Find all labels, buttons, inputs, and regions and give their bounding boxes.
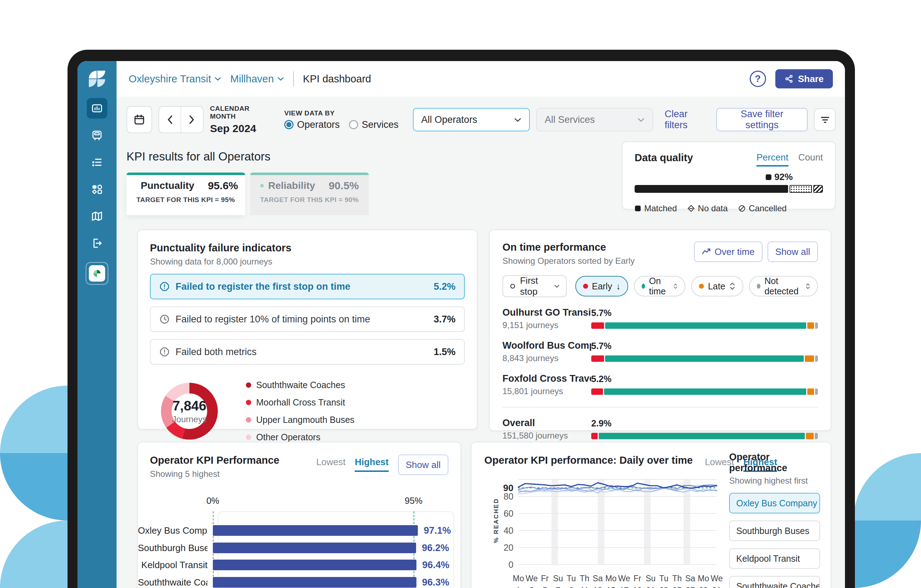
bar-segment-late [806,433,814,439]
share-button[interactable]: Share [775,69,833,88]
next-month-button[interactable] [181,107,203,132]
calendar-button[interactable] [127,106,152,133]
breadcrumb-region[interactable]: Millhaven [230,73,284,85]
logout-icon [91,237,103,249]
operators-dropdown[interactable]: All Operators [413,108,530,132]
legend-item-cancelled: Cancelled [738,203,787,213]
filter-bar: CALENDAR MONTH Sep 2024 VIEW DATA BY Ope… [127,106,836,133]
clear-filters-link[interactable]: Clear filters [664,109,709,131]
on-time-operator-row: Oulhurst GO Transit 9,151 journeys 5.7% [503,307,818,330]
sidebar-item-categories[interactable] [87,179,107,200]
tab-value: 95.6% [208,180,238,192]
donut-legend-item: Souththwaite Coaches [246,380,355,390]
chevron-down-icon [638,117,644,122]
first-stop-dropdown[interactable]: First stop [503,275,567,297]
operator-journeys: 151,580 journeys [503,431,591,441]
operator-button-southburgh-buses[interactable]: Southburgh Buses [729,521,820,541]
y-tick-label: 40 [503,526,513,536]
journeys-donut-chart: 7,846 Journeys [156,377,223,445]
app-shortcut-logo [89,265,105,281]
sidebar-item-lists[interactable] [87,152,107,172]
bar-segment-not-detected [815,356,818,362]
lowest-toggle[interactable]: Lowest [316,456,345,468]
failure-row-value: 3.7% [433,314,456,325]
chip-label: On time [649,276,669,297]
bar-segment-early [591,322,604,329]
help-button[interactable]: ? [750,71,766,87]
trend-line-icon [702,248,711,256]
save-filter-settings-button[interactable]: Save filter settings [716,108,808,132]
check-circle-icon [260,180,264,191]
app-window: Oxleyshire Transit Millhaven KPI dashboa… [78,61,845,588]
toggle-percent[interactable]: Percent [757,152,788,167]
chip-on-time[interactable]: On time [634,276,685,297]
y-axis-label: % REACHED [493,492,500,549]
early-percent-label: 2.9% [591,418,818,429]
tab-label: Reliability [268,180,315,192]
highest-toggle[interactable]: Highest [355,456,388,472]
month-pager [158,106,203,133]
bar-segment-early [591,388,603,395]
chip-early[interactable]: Early↓ [575,276,628,297]
on-time-subtitle: Showing Operators sorted by Early [503,256,635,266]
operator-button-keldpool-transit[interactable]: Keldpool Transit [729,548,820,569]
first-stop-label: First stop [520,275,550,297]
bar-value-label: 97.1% [423,525,451,536]
on-time-show-all-button[interactable]: Show all [768,242,818,262]
failure-indicator-row[interactable]: Failed to register the first stop on tim… [150,274,465,299]
sidebar-item-vehicles[interactable] [87,125,107,146]
operator-button-souththwaite-coaches[interactable]: Souththwaite Coaches [729,576,820,588]
radio-operators[interactable]: Operators [284,119,340,130]
panel-subtitle: Showing highest first [729,476,820,486]
shapes-icon [91,183,103,195]
failure-indicator-row[interactable]: Failed both metrics 1.5% [150,339,465,365]
toggle-count[interactable]: Count [798,152,823,167]
x-tick-label: Th11 [580,572,589,588]
over-time-button[interactable]: Over time [694,242,763,262]
daily-over-time-card: Operator KPI performance: Daily over tim… [471,442,832,588]
services-dropdown[interactable]: All Services [536,108,653,132]
operator-journeys: 15,801 journeys [503,386,591,396]
tab-reliability[interactable]: Reliability 90.5% TARGET FOR THIS KPI = … [250,172,369,215]
early-percent-label: 5.2% [591,374,818,384]
list-icon [91,156,103,168]
sidebar-item-dashboard[interactable] [87,98,107,119]
x-tick-label: Su7 [553,572,563,588]
donut-legend: Souththwaite CoachesMoorhall Cross Trans… [246,380,355,442]
view-data-by-label: VIEW DATA BY [284,109,399,117]
legend-dot-icon [246,382,251,388]
chip-late[interactable]: Late [691,276,743,297]
bar-category-label: Souththwaite Coac… [138,577,208,588]
tab-target: TARGET FOR THIS KPI = 90% [260,196,359,204]
previous-month-button[interactable] [159,107,181,132]
radio-services[interactable]: Services [349,119,399,130]
chevron-left-icon [166,115,173,124]
tab-punctuality[interactable]: Punctuality 95.6% TARGET FOR THIS KPI = … [127,172,245,215]
sort-icon [673,281,678,291]
tab-target: TARGET FOR THIS KPI = 95% [137,196,235,204]
stop-ring-icon [509,282,516,290]
breadcrumb-organisation[interactable]: Oxleyshire Transit [129,73,221,85]
bar-segment-early [591,356,604,362]
x-tick-label: Sa27 [685,572,695,588]
matched-swatch-icon [766,174,771,180]
operator-kpi-show-all-button[interactable]: Show all [398,455,448,475]
bar-segment-not-detected [815,388,818,395]
brand-logo-icon [87,69,107,89]
sidebar-item-map[interactable] [87,206,107,227]
status-dot-icon [699,284,704,289]
no-data-icon [688,205,695,212]
sidebar-item-logout[interactable] [87,233,107,253]
sidebar-app-shortcut[interactable] [86,262,108,285]
status-dot-icon [642,284,645,289]
filter-sort-button[interactable] [814,108,836,131]
failure-donut-zone: 7,846 Journeys Souththwaite CoachesMoorh… [150,377,465,445]
y-tick-label: 60 [503,508,513,519]
chevron-down-icon [215,77,221,81]
bar-category-label: Oxley Bus Company [138,525,208,536]
failure-indicator-row[interactable]: Failed to register 10% of timing points … [150,307,465,332]
operator-button-oxley-bus-company[interactable]: Oxley Bus Company [729,493,820,513]
x-tick-label: Su21 [646,572,656,588]
failure-row-label: Failed both metrics [176,346,257,357]
chip-not-detected[interactable]: Not detected [749,276,818,297]
